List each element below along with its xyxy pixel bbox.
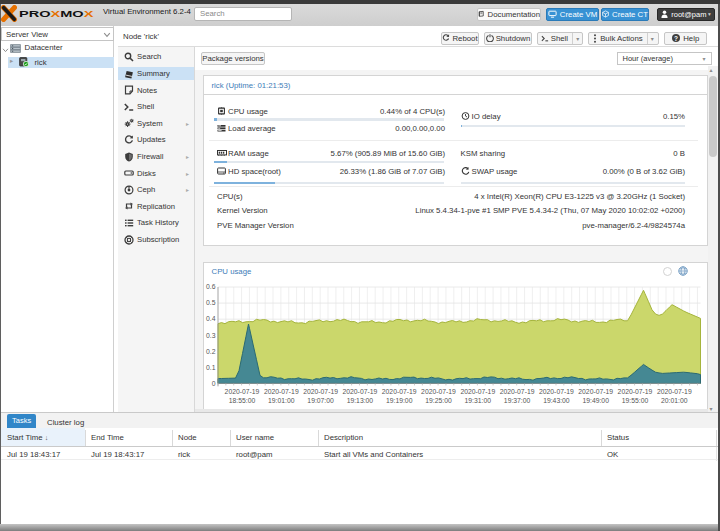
svg-text:2020-07-19: 2020-07-19 [224, 388, 259, 395]
svg-text:0.5: 0.5 [206, 299, 216, 306]
svg-text:2020-07-19: 2020-07-19 [539, 388, 574, 395]
svg-text:0: 0 [211, 380, 215, 387]
svg-text:2020-07-19: 2020-07-19 [656, 388, 691, 395]
svg-text:2020-07-19: 2020-07-19 [303, 388, 338, 395]
svg-text:2020-07-19: 2020-07-19 [460, 388, 495, 395]
svg-text:2020-07-19: 2020-07-19 [263, 388, 298, 395]
svg-text:19:19:00: 19:19:00 [385, 397, 412, 404]
svg-text:2020-07-19: 2020-07-19 [499, 388, 534, 395]
svg-text:19:37:00: 19:37:00 [503, 397, 530, 404]
svg-text:2020-07-19: 2020-07-19 [578, 388, 613, 395]
svg-text:19:13:00: 19:13:00 [346, 397, 373, 404]
svg-text:19:31:00: 19:31:00 [464, 397, 491, 404]
svg-text:0.1: 0.1 [206, 364, 216, 371]
svg-text:19:25:00: 19:25:00 [425, 397, 452, 404]
svg-text:2020-07-19: 2020-07-19 [421, 388, 456, 395]
svg-text:0.6: 0.6 [206, 283, 216, 290]
svg-text:19:55:00: 19:55:00 [621, 397, 648, 404]
svg-text:19:49:00: 19:49:00 [582, 397, 609, 404]
svg-text:2020-07-19: 2020-07-19 [617, 388, 652, 395]
svg-text:18:55:00: 18:55:00 [228, 397, 255, 404]
svg-text:0.4: 0.4 [206, 315, 216, 322]
svg-text:0.2: 0.2 [206, 348, 216, 355]
svg-text:19:01:00: 19:01:00 [268, 397, 295, 404]
svg-text:19:43:00: 19:43:00 [543, 397, 570, 404]
svg-text:20:01:00: 20:01:00 [661, 397, 688, 404]
svg-text:19:07:00: 19:07:00 [307, 397, 334, 404]
svg-text:2020-07-19: 2020-07-19 [381, 388, 416, 395]
svg-text:0.3: 0.3 [206, 332, 216, 339]
svg-text:2020-07-19: 2020-07-19 [342, 388, 377, 395]
